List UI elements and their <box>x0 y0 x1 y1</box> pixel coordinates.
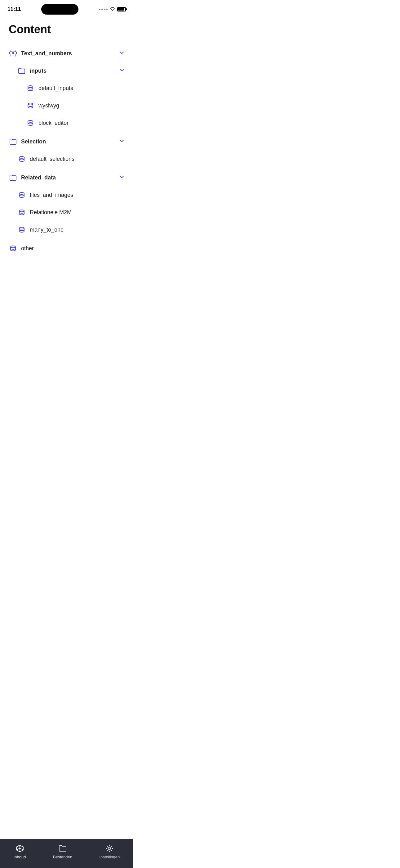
tree-item-selection[interactable]: Selection <box>9 133 125 150</box>
collection-icon <box>18 208 26 217</box>
default-inputs-label: default_inputs <box>38 85 73 92</box>
collection-icon <box>18 155 26 163</box>
battery-icon <box>117 7 126 11</box>
block-editor-label: block_editor <box>38 120 69 126</box>
folder-icon <box>9 173 18 182</box>
collection-icon <box>26 119 35 127</box>
svg-point-7 <box>28 103 33 105</box>
folder-icon <box>18 66 26 75</box>
collection-icon <box>26 84 35 93</box>
selection-children: default_selections <box>9 150 125 168</box>
dynamic-island <box>41 4 78 14</box>
status-time: 11:11 <box>7 6 21 12</box>
related-data-children: files_and_images Relationele M2M <box>9 186 125 239</box>
chevron-down-icon <box>119 174 125 181</box>
tree-item-related-data[interactable]: Related_data <box>9 169 125 186</box>
related-data-label: Related_data <box>21 175 56 181</box>
list-item-default-selections[interactable]: default_selections <box>18 150 125 168</box>
selection-label: Selection <box>21 138 46 145</box>
svg-point-10 <box>19 192 24 194</box>
chevron-down-icon <box>119 67 125 74</box>
wifi-icon <box>110 7 115 11</box>
inputs-folder-section: inputs default_inputs <box>9 62 125 132</box>
svg-point-9 <box>19 156 24 158</box>
section-selection: Selection default_selections <box>9 133 125 168</box>
status-bar: 11:11 <box>0 0 133 17</box>
list-item-default-inputs[interactable]: default_inputs <box>26 80 125 97</box>
section-text-and-numbers: Text_and_numbers inputs <box>9 45 125 132</box>
inputs-label: inputs <box>30 68 46 74</box>
folder-icon <box>9 137 18 146</box>
page-content: Content Text_and_numbers <box>0 17 133 289</box>
svg-point-6 <box>28 86 33 88</box>
text-and-numbers-label: Text_and_numbers <box>21 50 72 57</box>
chevron-down-icon <box>119 138 125 145</box>
wysiwyg-label: wysiwyg <box>38 102 59 109</box>
list-item-many-to-one[interactable]: many_to_one <box>18 221 125 239</box>
status-icons <box>99 7 126 11</box>
many-to-one-label: many_to_one <box>30 227 64 233</box>
collection-icon <box>18 191 26 199</box>
section-other: other <box>9 240 125 257</box>
files-and-images-label: files_and_images <box>30 192 73 198</box>
tree-item-inputs[interactable]: inputs <box>18 62 125 80</box>
list-item-wysiwyg[interactable]: wysiwyg <box>26 97 125 114</box>
svg-point-8 <box>28 120 33 122</box>
list-item-block-editor[interactable]: block_editor <box>26 114 125 132</box>
tree-item-text-and-numbers[interactable]: Text_and_numbers <box>9 45 125 62</box>
page-title: Content <box>9 23 125 36</box>
signal-icon <box>99 9 108 10</box>
svg-point-13 <box>10 246 15 248</box>
collection-icon <box>9 244 18 253</box>
list-item-files-and-images[interactable]: files_and_images <box>18 186 125 204</box>
relationele-m2m-label: Relationele M2M <box>30 209 72 216</box>
svg-point-12 <box>19 227 24 229</box>
list-item-relationele-m2m[interactable]: Relationele M2M <box>18 204 125 221</box>
chevron-down-icon <box>119 50 125 57</box>
other-label: other <box>21 245 34 252</box>
section-related-data: Related_data files_and_images <box>9 169 125 239</box>
category-icon <box>9 49 18 58</box>
collection-icon <box>26 101 35 110</box>
collection-icon <box>18 225 26 234</box>
default-selections-label: default_selections <box>30 156 74 162</box>
svg-rect-1 <box>13 52 16 54</box>
svg-rect-0 <box>10 52 13 54</box>
svg-point-11 <box>19 210 24 212</box>
tree-item-other[interactable]: other <box>9 240 125 257</box>
inputs-children: default_inputs wysiwyg <box>18 80 125 132</box>
